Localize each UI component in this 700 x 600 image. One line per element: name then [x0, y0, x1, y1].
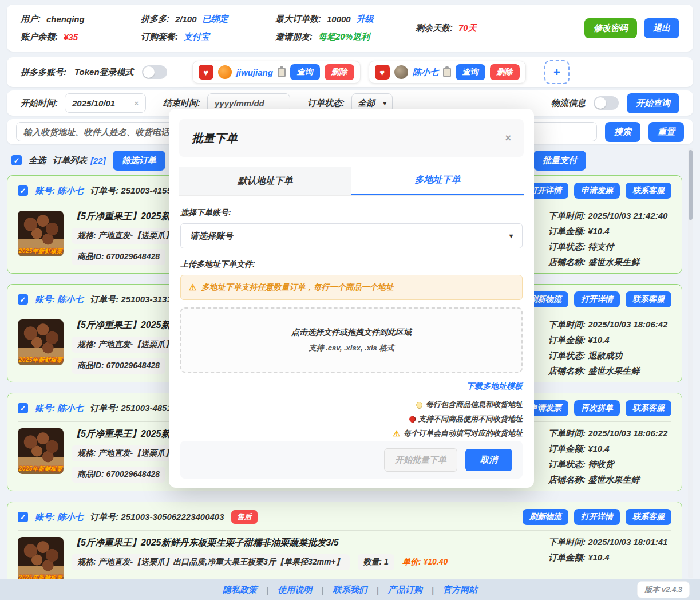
user-value: chenqing	[46, 14, 85, 24]
tip-text: 支持不同商品使用不同收货地址	[418, 414, 523, 424]
contact-support-button[interactable]: 联系客服	[626, 183, 671, 199]
open-details-button[interactable]: 打开详情	[574, 509, 620, 525]
logistics-toggle[interactable]	[594, 96, 619, 110]
tab-multi-address[interactable]: 多地址下单	[351, 167, 524, 195]
pdd-bound-link[interactable]: 已绑定	[203, 14, 228, 25]
shop-name: 店铺名称: 盛世水果生鲜	[548, 257, 671, 268]
download-template-link[interactable]: 下载多地址模板	[180, 381, 523, 392]
order-status: 订单状态: 退款成功	[548, 350, 671, 361]
days-value: 70天	[458, 23, 477, 34]
upgrade-link[interactable]: 升级	[357, 14, 374, 25]
contact-support-button[interactable]: 联系客服	[626, 400, 671, 416]
search-button[interactable]: 搜索	[605, 122, 640, 142]
query-button[interactable]: 查询	[290, 64, 320, 80]
start-date-input[interactable]: 2025/10/01 ×	[65, 93, 146, 113]
tab-default-address[interactable]: 默认地址下单	[179, 167, 351, 195]
modal-body: 选择下单账号: 请选择账号 ▾ 上传多地址下单文件: ⚠ 多地址下单支持任意数量…	[179, 196, 524, 479]
logout-button[interactable]: 退出	[644, 18, 679, 38]
add-account-button[interactable]: +	[544, 60, 570, 84]
reset-button[interactable]: 重置	[648, 122, 684, 142]
product-id-chip: 商品ID: 670029648428	[72, 358, 165, 374]
order-status: 订单状态: 待收货	[548, 459, 671, 470]
contact-us-link[interactable]: 联系我们	[333, 585, 367, 595]
order-checkbox[interactable]: ✓	[18, 403, 28, 413]
modal-tips: 每行包含商品信息和收货地址 支持不同商品使用不同收货地址 ⚠每个订单会自动填写对…	[180, 400, 523, 439]
close-icon[interactable]: ×	[505, 132, 511, 144]
order-status: 订单状态: 待支付	[548, 242, 671, 252]
reorder-button[interactable]: 再次拼单	[574, 400, 620, 416]
start-query-button[interactable]: 开始查询	[627, 93, 679, 113]
plan-value[interactable]: 支付宝	[184, 31, 209, 42]
order-time: 下单时间: 2025/10/03 18:06:42	[548, 319, 671, 330]
request-invoice-button[interactable]: 申请发票	[574, 183, 620, 199]
order-no-value: 251003-305062223400403	[121, 512, 224, 522]
page-footer: 隐私政策| 使用说明| 联系我们| 产品订购| 官方网站	[0, 579, 700, 600]
after-sale-badge: 售后	[231, 510, 258, 524]
order-checkbox[interactable]: ✓	[18, 294, 28, 305]
usage-guide-link[interactable]: 使用说明	[278, 585, 312, 595]
start-date-value: 2025/10/01	[72, 98, 115, 108]
start-time-label: 开始时间:	[21, 98, 58, 109]
order-no-label: 订单号:	[90, 185, 118, 195]
chevron-down-icon: ▾	[509, 232, 513, 240]
account-label: 账号:	[35, 185, 55, 195]
open-details-button[interactable]: 打开详情	[574, 291, 620, 307]
end-time-label: 结束时间:	[163, 98, 200, 109]
product-image-caption: 2025年新鲜板栗	[18, 356, 64, 364]
token-mode-label: Token登录模式	[74, 67, 134, 78]
order-time: 下单时间: 2025/10/03 18:01:41	[548, 537, 671, 548]
account-value: 陈小七	[57, 185, 83, 195]
order-checkbox[interactable]: ✓	[18, 512, 28, 522]
user-label: 用户:	[21, 14, 41, 25]
product-order-link[interactable]: 产品订购	[388, 585, 422, 595]
order-status-value: 全部	[358, 98, 375, 109]
end-date-placeholder: yyyy/mm/dd	[215, 98, 264, 108]
contact-support-button[interactable]: 联系客服	[626, 291, 671, 307]
version-badge: 版本 v2.4.3	[637, 581, 690, 598]
max-orders-value: 10000	[327, 14, 351, 24]
select-all-label: 全选	[29, 155, 46, 166]
product-image-caption: 2025年新鲜板栗	[18, 465, 64, 473]
invite-value[interactable]: 每笔20%返利	[318, 31, 370, 42]
account-select[interactable]: 请选择账号 ▾	[180, 223, 523, 248]
order-amount: 订单金额: ¥10.4	[548, 335, 671, 346]
select-all-checkbox[interactable]: ✓	[11, 155, 22, 165]
clear-date-icon[interactable]: ×	[134, 99, 139, 108]
privacy-policy-link[interactable]: 隐私政策	[223, 585, 257, 595]
batch-pay-button[interactable]: 批量支付	[533, 151, 586, 171]
pdd-accounts-bar: 拼多多账号: Token登录模式 ♥ jiwujiang 查询 删除 ♥ 陈小七…	[7, 57, 693, 87]
token-mode-toggle[interactable]	[142, 65, 167, 79]
contact-support-button[interactable]: 联系客服	[626, 509, 671, 525]
delete-button[interactable]: 删除	[325, 64, 354, 80]
cancel-button[interactable]: 取消	[465, 449, 512, 471]
order-amount: 订单金额: ¥10.4	[548, 226, 671, 237]
order-checkbox[interactable]: ✓	[18, 185, 28, 196]
scrollbar-thumb[interactable]	[689, 150, 693, 220]
account-chip: ♥ 陈小七 查询 删除	[369, 61, 526, 84]
account-name: 陈小七	[413, 67, 438, 78]
change-password-button[interactable]: 修改密码	[584, 18, 637, 38]
scrollbar-track[interactable]	[688, 148, 693, 578]
filter-orders-button[interactable]: 筛选订单	[113, 151, 165, 171]
query-button[interactable]: 查询	[456, 64, 485, 80]
refresh-logistics-button[interactable]: 刷新物流	[523, 509, 568, 525]
account-name: jiwujiang	[236, 68, 273, 77]
file-dropzone[interactable]: 点击选择文件或拖拽文件到此区域 支持 .csv, .xlsx, .xls 格式	[180, 307, 523, 373]
balance-label: 账户余额:	[21, 31, 58, 42]
delete-button[interactable]: 删除	[490, 64, 520, 80]
official-site-link[interactable]: 官方网站	[443, 585, 477, 595]
pdd-count: 2/100	[175, 14, 197, 24]
plan-label: 订购套餐:	[141, 31, 178, 42]
toggle-knob	[595, 97, 606, 109]
upload-file-label: 上传多地址下单文件:	[180, 259, 523, 270]
copy-clipboard-icon[interactable]	[443, 68, 451, 77]
shop-name: 店铺名称: 盛世水果生鲜	[548, 475, 671, 485]
order-no-label: 订单号:	[90, 512, 118, 522]
modal-header: 批量下单 ×	[179, 119, 524, 157]
product-image: 2025年新鲜板栗	[18, 211, 64, 256]
order-status-label: 订单状态:	[307, 98, 345, 109]
start-batch-order-button[interactable]: 开始批量下单	[384, 448, 457, 472]
user-info-bar: 用户:chenqing 账户余额:¥35 拼多多:2/100已绑定 订购套餐:支…	[7, 5, 693, 52]
copy-clipboard-icon[interactable]	[278, 68, 286, 77]
order-list-label: 订单列表	[53, 155, 87, 166]
